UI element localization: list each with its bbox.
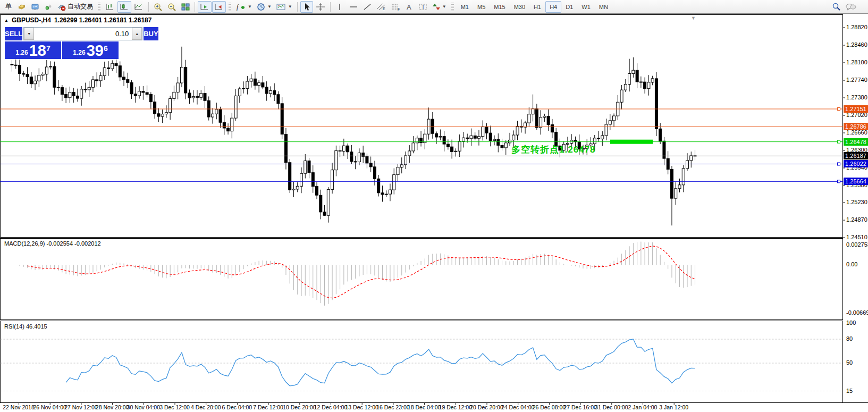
- toolbar-grip[interactable]: [451, 3, 454, 11]
- toolbar-grip[interactable]: [229, 3, 231, 11]
- timeframe-M5[interactable]: M5: [473, 1, 490, 13]
- vertical-line-icon[interactable]: [333, 1, 346, 13]
- date-axis-label: 13 Dec 12:00: [345, 404, 378, 410]
- timeframe-M1[interactable]: M1: [457, 1, 473, 13]
- candle: [69, 93, 71, 98]
- zoom-in-icon[interactable]: [151, 1, 165, 13]
- text-label-icon[interactable]: T: [416, 1, 430, 13]
- volume-increase-button[interactable]: ▲: [132, 28, 142, 40]
- candle: [470, 136, 473, 138]
- tile-windows-icon[interactable]: [179, 1, 192, 13]
- candle: [65, 95, 68, 98]
- candle: [678, 185, 681, 189]
- collapse-icon[interactable]: ▲: [4, 18, 9, 23]
- volume-decrease-button[interactable]: ▼: [24, 28, 34, 40]
- timeframe-M30[interactable]: M30: [510, 1, 529, 13]
- trendline-icon[interactable]: [361, 1, 374, 13]
- chart-window: ▲ GBPUSD-,H4 1.26299 1.26401 1.26181 1.2…: [0, 14, 868, 412]
- signal-icon[interactable]: [42, 1, 55, 13]
- candle: [535, 109, 538, 128]
- candle: [466, 138, 469, 139]
- candle: [381, 193, 384, 195]
- buy-button[interactable]: BUY: [144, 27, 158, 40]
- candle: [138, 91, 141, 96]
- candle: [528, 114, 530, 123]
- bars-chart-icon[interactable]: [103, 1, 117, 13]
- candle: [146, 93, 148, 95]
- candle: [96, 80, 98, 81]
- auto-scroll-icon[interactable]: [198, 1, 212, 13]
- toolbar-grip[interactable]: [98, 3, 100, 11]
- candle: [659, 129, 662, 141]
- date-axis-label: 19 Dec 12:00: [439, 404, 472, 410]
- candle: [219, 110, 222, 122]
- candle: [339, 150, 341, 151]
- timeframe-MN[interactable]: MN: [595, 1, 612, 13]
- timeframe-H1[interactable]: H1: [529, 1, 545, 13]
- timeframe-W1[interactable]: W1: [577, 1, 595, 13]
- chart-canvas[interactable]: [0, 14, 868, 412]
- candle: [157, 114, 160, 116]
- cursor-icon[interactable]: [300, 1, 313, 13]
- arrows-button[interactable]: ▼: [431, 1, 449, 13]
- candle: [316, 187, 318, 196]
- candle: [424, 134, 426, 142]
- horizontal-line-icon[interactable]: [347, 1, 360, 13]
- line-chart-icon[interactable]: [132, 1, 146, 13]
- chart-shift-marker[interactable]: ▼: [691, 15, 696, 21]
- chart-annotation[interactable]: 多空转折点1.26478: [511, 144, 595, 156]
- candle: [404, 156, 407, 165]
- text-icon[interactable]: A: [403, 1, 416, 13]
- date-axis-label: 20 Dec 20:00: [470, 404, 503, 410]
- candlestick-chart-icon[interactable]: [117, 1, 131, 13]
- fibonacci-icon[interactable]: F: [389, 1, 402, 13]
- sell-price-display[interactable]: 1.26 18 7: [5, 41, 61, 59]
- candle: [223, 122, 225, 128]
- candle: [454, 151, 457, 152]
- candle: [300, 173, 303, 186]
- candle: [227, 128, 230, 131]
- timeframe-M15[interactable]: M15: [490, 1, 509, 13]
- indicators-button[interactable]: f ▼: [234, 1, 254, 13]
- new-order-button[interactable]: 单: [2, 1, 15, 13]
- candle: [80, 89, 83, 98]
- macd-signal-line: [28, 246, 695, 298]
- candle: [91, 80, 94, 87]
- buy-price-sup: 6: [104, 44, 108, 53]
- candle: [493, 139, 496, 140]
- volume-input[interactable]: [34, 28, 132, 40]
- candle: [335, 150, 338, 170]
- charts-icon[interactable]: [29, 1, 41, 13]
- candle: [416, 138, 418, 143]
- channel-icon[interactable]: E: [374, 1, 388, 13]
- crosshair-icon[interactable]: [314, 1, 327, 13]
- timeframe-D1[interactable]: D1: [561, 1, 577, 13]
- date-axis-label: 30 Nov 04:00: [127, 404, 160, 410]
- price-axis-label: 1.28100: [846, 59, 867, 65]
- rsi-scale-label: 100: [846, 319, 856, 326]
- candle: [88, 87, 90, 90]
- timeframe-H4[interactable]: H4: [545, 1, 561, 13]
- periods-button[interactable]: ▼: [255, 1, 274, 13]
- candle: [636, 70, 638, 82]
- candle: [327, 189, 330, 215]
- chat-icon[interactable]: [844, 1, 858, 13]
- date-axis-label: 26 Nov 04:00: [33, 404, 66, 410]
- candle: [670, 170, 673, 199]
- auto-trading-button[interactable]: 自动交易: [55, 1, 95, 13]
- zoom-out-icon[interactable]: [165, 1, 179, 13]
- candle: [601, 136, 604, 139]
- candle: [443, 137, 445, 144]
- highlight-segment[interactable]: [610, 140, 653, 144]
- candle: [412, 143, 415, 151]
- candle: [30, 77, 32, 84]
- chart-shift-icon[interactable]: [212, 1, 226, 13]
- candle: [161, 114, 164, 116]
- search-icon[interactable]: [830, 1, 843, 13]
- templates-button[interactable]: ▼: [274, 1, 294, 13]
- date-axis-label: 3 Dec 12:00: [159, 404, 190, 410]
- sell-button[interactable]: SELL: [5, 27, 22, 40]
- candle: [644, 82, 646, 89]
- buy-price-display[interactable]: 1.26 39 6: [62, 41, 119, 59]
- new-order-icon[interactable]: [15, 1, 28, 13]
